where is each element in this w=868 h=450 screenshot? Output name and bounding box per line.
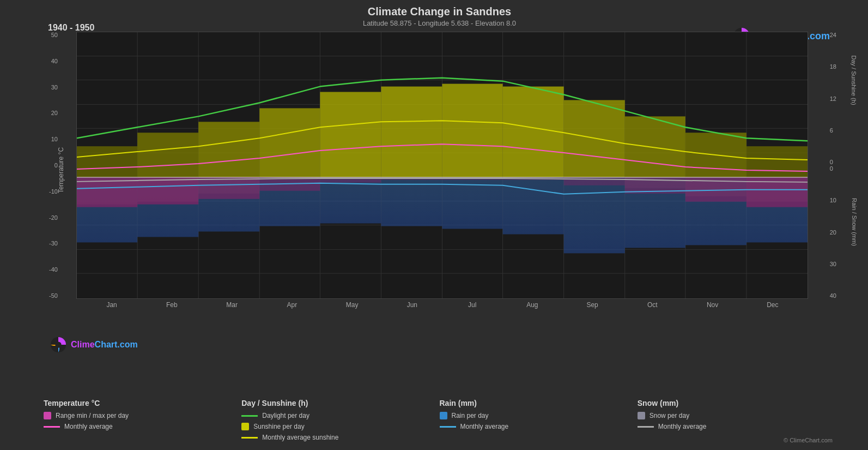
chart-container: Climate Change in Sandnes Latitude 58.87… (0, 0, 868, 450)
legend-label-range: Range min / max per day (56, 412, 129, 419)
svg-point-67 (55, 341, 61, 347)
svg-rect-42 (137, 133, 198, 177)
y-tick-0: 0 (49, 162, 58, 169)
y-tick-m30: -30 (49, 240, 58, 247)
y-tick-30: 30 (49, 84, 58, 91)
legend-label-daylight: Daylight per day (262, 412, 309, 419)
svg-rect-44 (259, 108, 320, 177)
x-tick-jun: Jun (382, 301, 442, 309)
svg-rect-54 (137, 177, 198, 205)
x-tick-mar: Mar (202, 301, 262, 309)
legend-label-rain-box: Rain per day (452, 412, 489, 419)
right-label-sunshine: Day / Sunshine (h) (849, 55, 859, 105)
y-tick-rain-20: 20 (830, 229, 836, 236)
x-tick-sep: Sep (562, 301, 622, 309)
svg-rect-46 (381, 87, 442, 177)
legend-title-rain: Rain (mm) (440, 399, 638, 407)
legend-item-snow-avg: Monthly average (638, 423, 835, 430)
chart-axes-wrapper: Temperature °C 50 40 30 20 10 0 -10 -20 … (76, 32, 808, 309)
right-label-rain: Rain / Snow (mm) (850, 198, 860, 246)
svg-rect-30 (503, 177, 564, 235)
y-tick-rain-0: 0 (830, 165, 836, 172)
y-axis-right-sunshine-ticks: 24 18 12 6 0 (830, 32, 836, 165)
y-tick-20: 20 (49, 110, 58, 116)
x-tick-nov: Nov (683, 301, 743, 309)
y-tick-rain-40: 40 (830, 292, 836, 299)
legend-item-snow-box: Snow per day (638, 412, 835, 419)
legend-label-snow-box: Snow per day (650, 412, 689, 419)
x-tick-feb: Feb (142, 301, 202, 309)
legend-line-sunshine-avg (241, 437, 258, 439)
svg-rect-55 (198, 177, 259, 199)
legend-item-daylight: Daylight per day (241, 412, 439, 419)
logo-icon-bottom (50, 337, 66, 353)
legend-item-sunshine-box: Sunshine per day (241, 423, 439, 430)
y-tick-sun-12: 12 (830, 95, 836, 102)
y-tick-50: 50 (49, 32, 58, 38)
legend-item-rain-avg: Monthly average (440, 423, 638, 430)
x-tick-may: May (322, 301, 382, 309)
logo-bottom-clime: Clime (71, 340, 95, 349)
chart-svg (77, 32, 808, 298)
copyright: © ClimeChart.com (784, 437, 833, 443)
svg-rect-47 (442, 84, 503, 177)
y-tick-10: 10 (49, 136, 58, 142)
legend-label-snow-avg: Monthly average (658, 423, 707, 430)
logo-bottom-chart: Chart.com (95, 340, 138, 349)
y-tick-sun-24: 24 (830, 32, 836, 38)
y-tick-m50: -50 (49, 292, 58, 299)
svg-rect-41 (77, 146, 137, 177)
svg-rect-31 (564, 177, 625, 253)
y-tick-m20: -20 (49, 214, 58, 221)
legend-label-temp-avg: Monthly average (64, 423, 113, 430)
legend-col-temperature: Temperature °C Range min / max per day M… (44, 399, 241, 445)
x-tick-apr: Apr (262, 301, 322, 309)
legend-label-sunshine-box: Sunshine per day (253, 423, 304, 430)
y-tick-sun-6: 6 (830, 127, 836, 134)
legend-item-sunshine-avg: Monthly average sunshine (241, 434, 439, 441)
x-tick-aug: Aug (502, 301, 562, 309)
x-tick-jan: Jan (82, 301, 142, 309)
legend-item-range: Range min / max per day (44, 412, 241, 419)
x-axis: Jan Feb Mar Apr May Jun Jul Aug Sep Oct … (76, 301, 808, 309)
legend-title-snow: Snow (mm) (638, 399, 835, 407)
legend-col-sunshine: Day / Sunshine (h) Daylight per day Suns… (241, 399, 439, 445)
svg-rect-52 (746, 146, 808, 177)
y-tick-sun-18: 18 (830, 63, 836, 70)
y-tick-rain-30: 30 (830, 261, 836, 267)
svg-rect-50 (625, 116, 685, 177)
y-axis-left-label: Temperature °C (57, 147, 65, 193)
legend-title-sunshine: Day / Sunshine (h) (241, 399, 439, 407)
y-axis-left-ticks: 50 40 30 20 10 0 -10 -20 -30 -40 -50 (49, 32, 58, 299)
legend-box-range (44, 412, 51, 419)
y-tick-40: 40 (49, 58, 58, 64)
x-tick-oct: Oct (622, 301, 682, 309)
legend-col-rain: Rain (mm) Rain per day Monthly average (440, 399, 638, 445)
logo-text-bottom: ClimeChart.com (71, 340, 138, 350)
svg-rect-43 (198, 122, 259, 177)
chart-area (76, 32, 808, 299)
legend-label-sunshine-avg: Monthly average sunshine (262, 434, 338, 441)
legend-box-snow (638, 412, 645, 419)
logo-bottom-left: ClimeChart.com (50, 337, 138, 353)
legend-label-rain-avg: Monthly average (460, 423, 509, 430)
y-tick-m40: -40 (49, 266, 58, 273)
legend-item-rain-box: Rain per day (440, 412, 638, 419)
legend-line-snow-avg (638, 426, 654, 428)
svg-rect-48 (503, 87, 564, 177)
legend-line-daylight (241, 415, 258, 417)
chart-title: Climate Change in Sandnes (44, 5, 835, 18)
legend-area: Temperature °C Range min / max per day M… (44, 399, 835, 445)
legend-title-temperature: Temperature °C (44, 399, 241, 407)
svg-rect-45 (320, 92, 381, 177)
y-tick-m10: -10 (49, 188, 58, 195)
x-tick-jul: Jul (442, 301, 502, 309)
legend-box-sunshine (241, 423, 249, 430)
legend-item-temp-avg: Monthly average (44, 423, 241, 430)
legend-box-rain (440, 412, 447, 419)
chart-subtitle: Latitude 58.875 - Longitude 5.638 - Elev… (44, 19, 835, 27)
legend-line-temp-avg (44, 426, 60, 428)
legend-line-rain-avg (440, 426, 456, 428)
y-tick-sun-0: 0 (830, 159, 836, 165)
y-tick-rain-10: 10 (830, 197, 836, 203)
